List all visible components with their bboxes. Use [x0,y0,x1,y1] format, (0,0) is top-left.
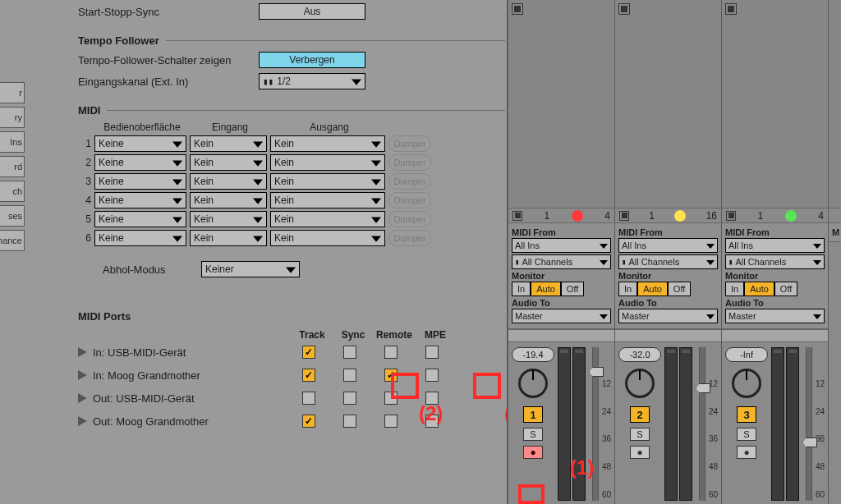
port-track-checkbox[interactable] [302,415,315,428]
cs-output-select[interactable]: Kein [270,135,385,152]
clip-stop-button[interactable] [512,3,523,15]
tf-show-toggle[interactable]: Verbergen [259,52,365,68]
cs-dump-button[interactable]: Dumper [388,154,431,171]
track-activator-button[interactable]: 2 [630,406,650,423]
audio-to-select[interactable]: Master [725,309,825,323]
solo-button[interactable]: S [737,428,756,441]
midi-from-select[interactable]: All Ins [512,238,611,253]
stop-all-icon[interactable] [512,211,522,221]
stop-all-icon[interactable] [726,211,736,221]
clip-stop-button[interactable] [618,3,630,15]
port-sync-checkbox[interactable] [343,392,356,405]
disclosure-triangle-icon[interactable] [78,393,88,403]
port-remote-checkbox[interactable] [384,392,398,405]
audio-to-select[interactable]: Master [618,309,718,323]
monitor-in-button[interactable]: In [618,282,637,296]
pan-knob[interactable] [625,369,655,398]
monitor-off-button[interactable]: Off [561,282,584,296]
sidebar-tab-fragment[interactable]: ses [0,205,25,227]
track-activator-button[interactable]: 3 [737,406,756,423]
clip-slot-area[interactable] [508,0,614,208]
cs-dump-button[interactable]: Dumper [388,192,431,208]
disclosure-triangle-icon[interactable] [78,416,88,426]
solo-button[interactable]: S [523,428,543,441]
start-stop-sync-toggle[interactable]: Aus [259,3,365,20]
cs-surface-select[interactable]: Keine [94,173,186,190]
port-mpe-checkbox[interactable] [425,392,439,405]
monitor-in-button[interactable]: In [725,282,744,296]
clip-stop-button[interactable] [725,3,737,15]
input-channel-select[interactable]: ▮▮ 1/2 [259,73,365,89]
cs-input-select[interactable]: Kein [190,135,267,152]
sidebar-tab-fragment[interactable]: r [0,82,25,103]
cs-output-select[interactable]: Kein [270,230,385,246]
monitor-auto-button[interactable]: Auto [637,282,668,296]
track-activator-button[interactable]: 1 [523,406,543,423]
pan-knob[interactable] [732,369,761,398]
port-remote-checkbox[interactable] [384,369,398,382]
disclosure-triangle-icon[interactable] [78,347,88,357]
volume-fader[interactable] [806,347,812,501]
cs-input-select[interactable]: Kein [190,154,267,171]
monitor-off-button[interactable]: Off [774,282,797,296]
sidebar-tab-fragment[interactable]: rd [0,156,25,177]
stop-all-icon[interactable] [619,211,629,221]
sidebar-tab-fragment[interactable]: Ins [0,131,25,153]
port-track-checkbox[interactable] [302,346,315,359]
record-arm-button[interactable] [737,446,756,459]
clip-slot-area[interactable] [722,0,828,208]
midi-from-select[interactable]: All Ins [618,238,718,253]
cs-dump-button[interactable]: Dumper [388,230,431,246]
sidebar-tab-fragment[interactable]: ry [0,107,25,128]
volume-fader[interactable] [592,347,599,501]
cs-output-select[interactable]: Kein [270,192,385,208]
port-track-checkbox[interactable] [302,369,315,382]
cs-output-select[interactable]: Kein [270,173,385,190]
monitor-off-button[interactable]: Off [668,282,691,296]
cs-output-select[interactable]: Kein [270,211,385,227]
volume-readout[interactable]: -19.4 [512,347,554,362]
port-mpe-checkbox[interactable] [425,415,439,428]
record-arm-button[interactable] [630,446,650,459]
disclosure-triangle-icon[interactable] [78,370,88,380]
clip-slot-area[interactable] [615,0,721,208]
cs-dump-button[interactable]: Dumper [388,135,431,152]
record-arm-button[interactable] [523,446,543,459]
sidebar-tab-fragment[interactable]: tenance [0,230,25,251]
audio-to-select[interactable]: Master [512,309,611,323]
sidebar-tab-fragment[interactable]: ch [0,181,25,202]
port-sync-checkbox[interactable] [343,415,356,428]
pan-knob[interactable] [518,369,548,398]
cs-dump-button[interactable]: Dumper [388,211,431,227]
monitor-auto-button[interactable]: Auto [744,282,774,296]
cs-surface-select[interactable]: Keine [94,154,186,171]
port-mpe-checkbox[interactable] [425,369,439,382]
cs-output-select[interactable]: Kein [270,154,385,171]
midi-channel-select[interactable]: ▮All Channels [618,254,718,269]
midi-channel-select[interactable]: ▮All Channels [725,254,825,269]
cs-input-select[interactable]: Kein [190,230,267,246]
cs-surface-select[interactable]: Keine [94,230,186,246]
port-remote-checkbox[interactable] [384,346,398,359]
cs-surface-select[interactable]: Keine [94,192,186,208]
volume-readout[interactable]: -Inf [725,347,768,362]
cs-input-select[interactable]: Kein [190,192,267,208]
midi-from-select[interactable]: All Ins [725,238,825,253]
cs-surface-select[interactable]: Keine [94,135,186,152]
cs-dump-button[interactable]: Dumper [388,173,431,190]
port-mpe-checkbox[interactable] [425,346,439,359]
volume-readout[interactable]: -32.0 [618,347,661,362]
clip-slot-area[interactable] [829,0,841,208]
cs-surface-select[interactable]: Keine [94,211,186,227]
monitor-in-button[interactable]: In [512,282,531,296]
midi-channel-select[interactable]: ▮All Channels [512,254,611,269]
monitor-auto-button[interactable]: Auto [531,282,561,296]
port-sync-checkbox[interactable] [343,346,356,359]
volume-fader[interactable] [699,347,705,501]
port-sync-checkbox[interactable] [343,369,356,382]
takeover-mode-select[interactable]: Keiner [201,261,300,277]
port-remote-checkbox[interactable] [384,415,398,428]
cs-input-select[interactable]: Kein [190,211,267,227]
port-track-checkbox[interactable] [302,392,315,405]
cs-input-select[interactable]: Kein [190,173,267,190]
